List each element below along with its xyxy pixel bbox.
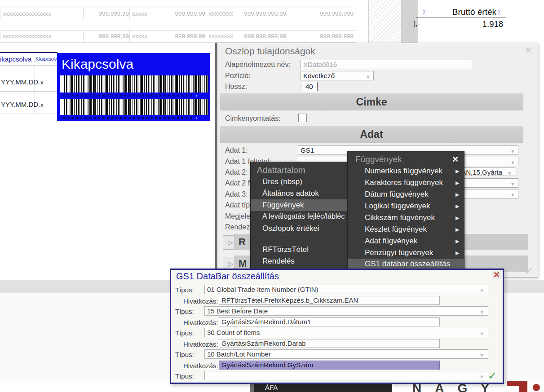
dropdown-arrow-icon: ▼	[510, 191, 515, 198]
barcode	[57, 99, 210, 115]
barcode-bars	[64, 75, 208, 92]
cimkenyomtatas-label: Cimkenyomtatás:	[225, 115, 281, 123]
table-cell: 999.999.999,99	[233, 30, 289, 43]
menu-item-rendeles[interactable]: Rendelés	[262, 257, 295, 266]
position-label: Pozíció:	[225, 72, 251, 80]
adat2-label: Adat 2:	[225, 168, 248, 176]
mark-cell: x	[40, 79, 44, 86]
menu-item-altalanos[interactable]: Általános adatok	[262, 189, 319, 198]
dropdown-arrow-icon: ▼	[479, 330, 484, 337]
dialog-title: Oszlop tulajdonságok	[225, 46, 315, 57]
report-table-row: xxxxxxxxxxxxxxxx 999.999,99 xxxxx 999.99…	[0, 30, 355, 43]
rendezes-label: Rendezé	[225, 223, 254, 231]
dropdown-arrow-icon: ▼	[510, 180, 515, 188]
menu-item-rftorzstetel[interactable]: RFTörzsTétel	[262, 245, 309, 254]
menu-separator	[254, 239, 345, 239]
tipus-dropdown-2[interactable]: 15 Best Before Date ▼	[204, 306, 488, 316]
dropdown-arrow-icon: ▼	[507, 169, 512, 176]
fuggvenyek-submenu: Függvények ✕ Numerikus függvények ▶ Kara…	[347, 151, 464, 270]
table-cell: xxxxx	[129, 8, 151, 20]
menu-item-fuggvenyek[interactable]: Függvények	[262, 201, 304, 210]
hivatkozas-label: Hivatkozás:	[183, 362, 218, 370]
header-underline	[416, 18, 506, 18]
submenu-arrow-icon: ▶	[456, 168, 459, 174]
submenu-item-logikai[interactable]: Logikai függvények	[365, 202, 430, 211]
dropdown-arrow-icon: ▼	[510, 159, 515, 166]
cimkenyomtatas-checkbox[interactable]	[298, 114, 307, 122]
table-cell: xxxxx	[129, 30, 151, 43]
section-banner-adat: Adat	[220, 126, 523, 143]
menu-item-levalogatas[interactable]: A leválogatás fejléc/lábléc	[262, 212, 348, 220]
hivatkozas-input-1[interactable]: RFTörzsTétel.PrefixKépzés.b_Cikkszám.EAN	[219, 296, 440, 305]
submenu-item-datum[interactable]: Dátum függvények	[365, 190, 429, 199]
gs1-databar-dialog: GS1 DataBar összeállítás ✕ Típus: 01 Glo…	[170, 269, 504, 384]
submenu-arrow-icon: ▶	[456, 203, 459, 209]
submenu-item-keszlet[interactable]: Készlet fügvények	[365, 225, 427, 234]
dialog-title: GS1 DataBar összeállítás	[176, 271, 279, 282]
hivatkozas-input-4-selected[interactable]: GyártásiSzámRekord.GySzám	[219, 361, 440, 370]
adat1-label: Adat 1:	[225, 146, 248, 154]
adat2-feltetel-label: Adat 2 fe	[225, 179, 254, 187]
submenu-arrow-icon: ▶	[456, 192, 459, 198]
default-name-label: Alapértelmezett név:	[225, 61, 291, 69]
barcode-x-marks: ✕✕✕✕✕✕✕✕✕✕✕✕✕✕✕✕✕✕✕✕✕✕✕✕✕✕✕✕✕✕	[62, 93, 194, 98]
sigma-icon: Σ	[497, 8, 501, 16]
table-cell: 999.999.999	[287, 30, 356, 43]
tipus-dropdown-1[interactable]: 01 Global Trade Item Number (GTIN) ▼	[204, 285, 488, 294]
tipus-label: Típus:	[175, 329, 194, 337]
submenu-item-karakteres[interactable]: Karakteres függvények	[365, 178, 443, 187]
confirm-check-icon[interactable]: ✓	[524, 264, 534, 278]
barcode-arrow: ›	[196, 116, 198, 120]
submenu-arrow-icon: ▶	[456, 180, 459, 186]
column-header: Kikapcsolva	[35, 53, 57, 66]
column-header: ikapcsolva	[0, 53, 35, 66]
dropdown-arrow-icon: ▼	[479, 351, 484, 359]
mark-cell: x	[40, 101, 44, 108]
row-divider	[0, 114, 57, 114]
table-cell: XXXXXXXX	[206, 30, 235, 43]
menu-item-ures[interactable]: Üres (nbsp)	[262, 177, 302, 186]
hivatkozas-input-3[interactable]: GyártásiSzámRekord.Darab	[219, 339, 440, 348]
adat3-label: Adat 3:	[225, 190, 248, 198]
hivatkozas-label: Hivatkozás:	[183, 297, 218, 305]
play-icon: ▷	[228, 260, 233, 268]
row-divider	[0, 91, 57, 92]
barcode-caption-row: ✕✕✕✕✕✕✕✕✕✕✕✕✕✕✕✕✕✕✕✕✕✕✕✕✕✕✕✕✕✕ ›	[57, 92, 210, 99]
tipus-label: Típus:	[175, 308, 194, 315]
table-cell: 999.999,99	[149, 30, 208, 43]
barcode	[57, 75, 210, 92]
submenu-item-penzugyi[interactable]: Pénzügyi fügvények	[365, 248, 433, 257]
confirm-check-icon[interactable]: ✓	[488, 370, 497, 382]
table-cell: 999.999,99	[83, 30, 132, 43]
barcode-arrow: ›	[196, 93, 198, 98]
length-input[interactable]: 40	[303, 82, 318, 91]
menu-item-oszlopok[interactable]: Oszlopok értékei	[262, 224, 319, 233]
submenu-item-adat[interactable]: Adat fügvények	[365, 237, 417, 246]
submenu-arrow-icon: ▶	[456, 215, 459, 221]
hivatkozas-label: Hivatkozás:	[183, 319, 218, 326]
position-dropdown[interactable]: Következő ▼	[301, 71, 374, 80]
partial-amount: ),-	[413, 20, 420, 28]
submenu-item-numerikus[interactable]: Numerikus függvények	[365, 167, 442, 176]
date-cell: YYY.MM.DD.	[1, 101, 40, 108]
tipus-label: Típus:	[175, 372, 194, 380]
tipus-dropdown-5[interactable]: ▼	[204, 371, 488, 380]
sigma-icon: Σ	[422, 8, 426, 16]
dropdown-arrow-icon: ▼	[366, 73, 371, 80]
default-name-input[interactable]: XData0016	[301, 60, 472, 69]
tipus-dropdown-4[interactable]: 10 Batch/Lot Number ▼	[204, 349, 488, 359]
submenu-item-gs1-databar[interactable]: GS1 databar összeállítás	[365, 260, 450, 269]
hivatkozas-input-2[interactable]: GyártásiSzámRekord.Dátum1	[219, 317, 440, 326]
submenu-item-cikkszam[interactable]: Cikkszám fügvények	[365, 213, 435, 222]
table-cell: XXXXXXXX	[206, 8, 235, 20]
close-icon[interactable]: ✕	[492, 271, 501, 279]
nagy-logo-dot	[533, 384, 540, 391]
tipus-dropdown-3[interactable]: 30 Count of items ▼	[204, 328, 488, 337]
footer-afa-item[interactable]: ÁFA	[265, 383, 278, 391]
dropdown-arrow-icon: ▼	[479, 308, 484, 316]
close-icon[interactable]: ✕	[524, 45, 532, 56]
report-table-row: xxxxxxxxxxxxxxxx 999.999,99 xxxxx 999.99…	[0, 8, 355, 20]
brutto-total: 1.918	[467, 19, 503, 29]
close-icon[interactable]: ✕	[452, 154, 459, 164]
table-cell: 999.999,99	[83, 8, 132, 20]
